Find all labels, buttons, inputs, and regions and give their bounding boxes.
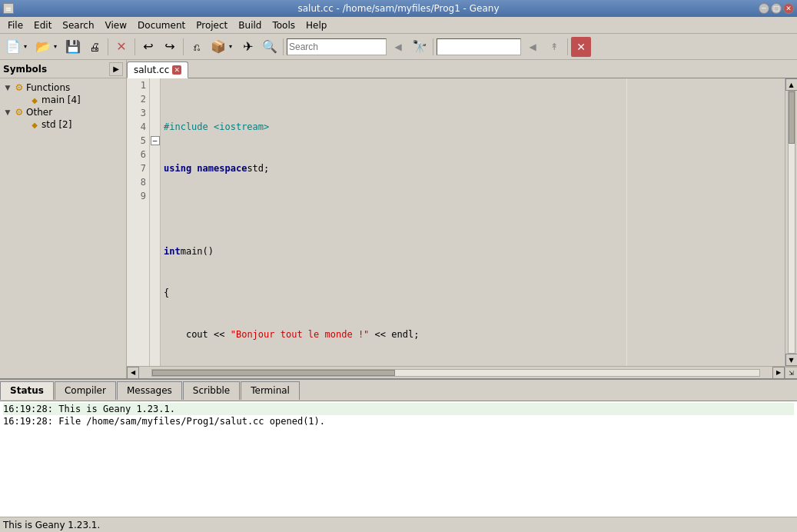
maximize-button[interactable]: □	[771, 3, 782, 14]
separator-2	[134, 38, 135, 55]
tab-close-icon[interactable]: ✕	[172, 65, 181, 75]
sidebar-header: Symbols ▶	[0, 60, 126, 78]
line-num-7: 7	[127, 161, 149, 175]
menu-icon[interactable]: ≡	[3, 3, 14, 14]
new-file-button[interactable]: 📄 ▾	[3, 37, 32, 57]
line-num-2: 2	[127, 92, 149, 106]
bottom-tab-messages[interactable]: Messages	[117, 381, 182, 400]
other-toggle-icon[interactable]: ▼	[3, 108, 12, 117]
menu-tools[interactable]: Tools	[267, 18, 300, 32]
code-line-1: #include <iostream>	[164, 120, 782, 134]
menu-view[interactable]: View	[101, 18, 131, 32]
scroll-up-button[interactable]: ▲	[785, 78, 798, 91]
bottom-tab-status[interactable]: Status	[0, 381, 54, 400]
menu-edit[interactable]: Edit	[29, 18, 56, 32]
search-box-2[interactable]	[437, 38, 521, 55]
std-label: std [2]	[42, 119, 71, 130]
tree-item-main[interactable]: ▶ ◆ main [4]	[2, 94, 125, 106]
code-line-3	[164, 203, 782, 217]
scroll-track-v[interactable]	[788, 91, 795, 354]
compile-button[interactable]: 📦 ▾	[208, 37, 237, 57]
window-title: salut.cc - /home/sam/myfiles/Prog1 - Gea…	[297, 3, 499, 14]
tab-salut-cc[interactable]: salut.cc ✕	[127, 62, 188, 78]
search-go-button[interactable]: 🔭	[410, 37, 430, 57]
line-num-3: 3	[127, 106, 149, 120]
editor-main: 1 2 3 4 5 6 7 8 9	[127, 78, 797, 378]
menu-search[interactable]: Search	[58, 18, 98, 32]
run-icon: ✈	[243, 39, 253, 54]
code-content[interactable]: #include <iostream> using namespace std;…	[161, 78, 785, 366]
functions-toggle-icon[interactable]: ▼	[3, 83, 12, 92]
jump-icon: ↟	[550, 42, 558, 52]
search-input-2[interactable]	[439, 42, 519, 52]
new-file-dropdown-arrow[interactable]: ▾	[22, 37, 29, 57]
revert-button[interactable]: ⎌	[187, 37, 207, 57]
vertical-scrollbar[interactable]: ▲ ▼	[785, 78, 797, 366]
search-box[interactable]	[287, 38, 387, 55]
search-clear-button[interactable]: ◀	[388, 37, 408, 57]
scroll-right-button[interactable]: ▶	[772, 367, 785, 379]
compile-dropdown-arrow[interactable]: ▾	[227, 37, 234, 57]
code-line-5: {	[164, 286, 782, 300]
bottom-tab-terminal[interactable]: Terminal	[241, 381, 300, 400]
code-line-2: using namespace std;	[164, 161, 782, 175]
undo-button[interactable]: ↩	[138, 37, 158, 57]
save-button[interactable]: 💾	[63, 37, 83, 57]
window-controls[interactable]: ─ □ ✕	[759, 3, 794, 14]
close-file-button[interactable]: ✕	[111, 37, 131, 57]
menu-help[interactable]: Help	[301, 18, 331, 32]
sidebar-title: Symbols	[3, 64, 47, 75]
run-button[interactable]: ✈	[238, 37, 258, 57]
search-clear-button-2[interactable]: ◀	[523, 37, 543, 57]
statusbar-text: This is Geany 1.23.1.	[3, 520, 100, 530]
line-num-1: 1	[127, 78, 149, 92]
redo-button[interactable]: ↪	[160, 37, 180, 57]
find-button[interactable]: 🔍	[260, 37, 280, 57]
tab-close-button[interactable]: ✕	[172, 65, 181, 75]
save-as-button[interactable]: 🖨	[85, 37, 105, 57]
corner-resize[interactable]: ⇲	[785, 367, 797, 379]
line-num-9: 9	[127, 189, 149, 203]
scroll-left-button[interactable]: ◀	[127, 367, 139, 379]
log-line-2: 16:19:28: File /home/sam/myfiles/Prog1/s…	[3, 415, 794, 427]
open-file-dropdown-arrow[interactable]: ▾	[51, 37, 59, 57]
search-input[interactable]	[289, 42, 384, 52]
std-spacer: ▶	[18, 120, 28, 129]
tree-item-std[interactable]: ▶ ◆ std [2]	[2, 118, 125, 131]
titlebar-left-buttons[interactable]: ≡	[3, 3, 14, 14]
fold-marker-5[interactable]: −	[151, 136, 160, 145]
menu-project[interactable]: Project	[191, 18, 232, 32]
bottom-tab-scribble[interactable]: Scribble	[183, 381, 240, 400]
scroll-down-button[interactable]: ▼	[785, 354, 798, 366]
bottom-tab-compiler[interactable]: Compiler	[55, 381, 116, 400]
scroll-thumb-h[interactable]	[152, 370, 395, 376]
jump-button[interactable]: ↟	[544, 37, 564, 57]
menu-file[interactable]: File	[3, 18, 28, 32]
main-icon: ◆	[29, 95, 40, 105]
save-as-icon: 🖨	[89, 41, 100, 53]
log-line-1: 16:19:28: This is Geany 1.23.1.	[3, 403, 794, 415]
sidebar-toggle-button[interactable]: ▶	[109, 62, 123, 76]
search-clear-icon: ◀	[394, 42, 401, 52]
bottom-tab-bar: Status Compiler Messages Scribble Termin…	[0, 380, 797, 401]
scroll-track-h[interactable]	[151, 369, 760, 377]
close-file-icon: ✕	[116, 39, 126, 54]
close-button[interactable]: ✕	[783, 3, 794, 14]
tree-item-functions[interactable]: ▼ ⚙ Functions	[2, 81, 125, 94]
open-file-button[interactable]: 📂 ▾	[33, 37, 61, 57]
bottom-content: 16:19:28: This is Geany 1.23.1. 16:19:28…	[0, 401, 797, 517]
editor-body: 1 2 3 4 5 6 7 8 9	[127, 78, 797, 366]
separator-1	[108, 38, 108, 55]
editor-area: salut.cc ✕ 1 2 3 4 5 6 7	[127, 60, 797, 378]
tab-bar: salut.cc ✕	[127, 60, 797, 78]
undo-icon: ↩	[143, 39, 153, 54]
save-icon: 💾	[65, 39, 81, 54]
menu-build[interactable]: Build	[234, 18, 266, 32]
minimize-button[interactable]: ─	[759, 3, 769, 14]
compile-icon: 📦	[211, 39, 226, 54]
std-icon: ◆	[29, 119, 40, 130]
scroll-thumb-v[interactable]	[789, 91, 795, 144]
menu-document[interactable]: Document	[133, 18, 190, 32]
tree-item-other[interactable]: ▼ ⚙ Other	[2, 106, 125, 118]
toolbar-close-button[interactable]: ✕	[571, 37, 591, 57]
